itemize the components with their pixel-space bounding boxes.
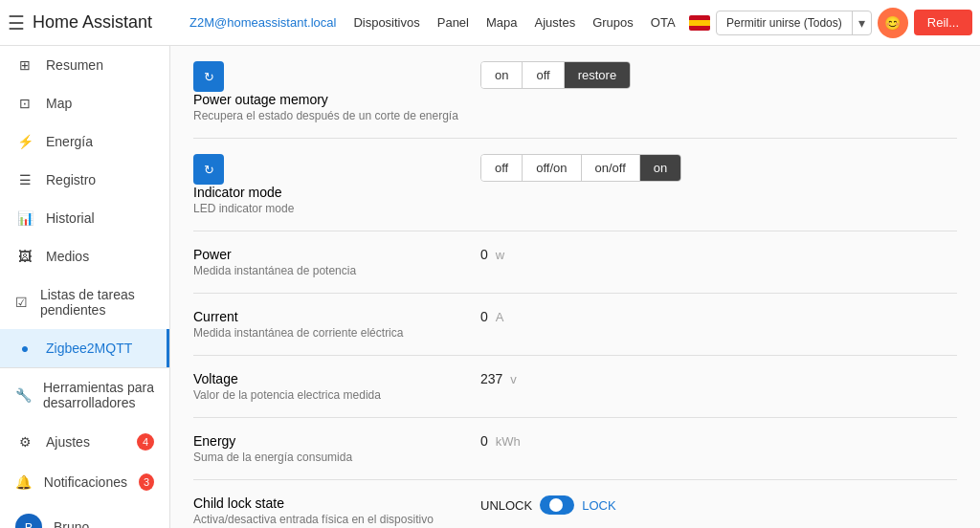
power-outage-restore[interactable]: restore bbox=[565, 62, 630, 88]
setting-label-indicator: Indicator mode bbox=[193, 185, 282, 200]
sidebar-label-historial: Historial bbox=[46, 210, 95, 226]
nav-tab-grupos[interactable]: Grupos bbox=[585, 11, 641, 33]
nav-tab-touchlink[interactable]: Touchlink bbox=[685, 11, 686, 33]
indicator-off-on[interactable]: off/on bbox=[523, 155, 581, 181]
sidebar-label-zigbee2mqtt: Zigbee2MQTT bbox=[46, 341, 132, 356]
setting-label-col-indicator: ↻ Indicator mode LED indicator mode bbox=[193, 154, 480, 215]
setting-label-col-voltage: Voltage Valor de la potencia electrica m… bbox=[193, 371, 480, 402]
user-avatar-sidebar: B bbox=[15, 514, 42, 528]
sidebar-label-tareas: Listas de tareas pendientes bbox=[40, 287, 154, 318]
reload-button[interactable]: Reil... bbox=[914, 10, 972, 35]
setting-label-col-current: Current Medida instantánea de corriente … bbox=[193, 309, 480, 340]
tareas-icon: ☑ bbox=[15, 295, 29, 310]
sidebar-item-zigbee2mqtt[interactable]: ● Zigbee2MQTT bbox=[0, 329, 169, 367]
sidebar-label-map: Map bbox=[46, 96, 72, 111]
sidebar-item-dev-tools[interactable]: 🔧 Herramientas para desarrolladores bbox=[0, 368, 169, 422]
energy-unit: kWh bbox=[496, 434, 521, 449]
setting-desc-energy: Suma de la energía consumida bbox=[193, 451, 352, 464]
setting-control-power-outage: on off restore bbox=[480, 61, 631, 89]
notifications-badge: 3 bbox=[139, 473, 154, 491]
child-lock-toggle-container: UNLOCK LOCK bbox=[480, 495, 616, 515]
sidebar-bottom: 🔧 Herramientas para desarrolladores ⚙ Aj… bbox=[0, 367, 169, 528]
medios-icon: 🖼 bbox=[15, 249, 34, 264]
setting-label-col-child-lock: Child lock state Activa/desactiva entrad… bbox=[193, 495, 480, 526]
sidebar-label-dev-tools: Herramientas para desarrolladores bbox=[43, 380, 154, 410]
setting-desc-current: Medida instantánea de corriente eléctric… bbox=[193, 326, 403, 340]
registro-icon: ☰ bbox=[15, 172, 34, 187]
sidebar-item-ajustes[interactable]: ⚙ Ajustes 4 bbox=[0, 422, 169, 462]
power-value: 0 bbox=[480, 247, 488, 262]
voltage-unit: v bbox=[510, 372, 517, 386]
setting-control-indicator: off off/on on/off on bbox=[480, 154, 681, 182]
power-outage-off[interactable]: off bbox=[523, 62, 564, 88]
app-title: Home Assistant bbox=[33, 12, 152, 33]
energy-icon: ⚡ bbox=[15, 134, 34, 149]
nav-tab-panel[interactable]: Panel bbox=[430, 11, 477, 33]
setting-power-outage-memory: ↻ Power outage memory Recupera el estado… bbox=[193, 46, 957, 139]
sidebar-label-bruno: Bruno bbox=[54, 519, 89, 528]
setting-desc-power: Medida instantánea de potencia bbox=[193, 264, 356, 277]
setting-control-voltage: 237 v bbox=[480, 371, 517, 386]
sidebar-label-notificaciones: Notificaciones bbox=[44, 474, 127, 490]
dashboard-icon: ⊞ bbox=[15, 57, 34, 73]
setting-energy: Energy Suma de la energía consumida 0 kW… bbox=[193, 418, 957, 480]
permit-join-button[interactable]: Permitir unirse (Todos) ▾ bbox=[716, 11, 872, 35]
nav-tab-mapa[interactable]: Mapa bbox=[479, 11, 525, 33]
menu-icon[interactable]: ☰ bbox=[8, 11, 25, 34]
sidebar: ⊞ Resumen ⊡ Map ⚡ Energía ☰ Registro 📊 H… bbox=[0, 46, 170, 528]
setting-current: Current Medida instantánea de corriente … bbox=[193, 294, 957, 356]
current-unit: A bbox=[496, 310, 504, 324]
indicator-on-off[interactable]: on/off bbox=[582, 155, 640, 181]
child-lock-unlock-label: UNLOCK bbox=[480, 498, 532, 513]
setting-label-col-power: Power Medida instantánea de potencia bbox=[193, 247, 480, 277]
nav-tabs: Z2M@homeassistant.local Dispositivos Pan… bbox=[182, 11, 685, 33]
setting-desc-child-lock: Activa/desactiva entrada física en el di… bbox=[193, 513, 434, 526]
sidebar-item-historial[interactable]: 📊 Historial bbox=[0, 199, 169, 237]
sidebar-label-ajustes: Ajustes bbox=[46, 434, 90, 450]
sidebar-label-resumen: Resumen bbox=[46, 57, 103, 73]
sidebar-item-notificaciones[interactable]: 🔔 Notificaciones 3 bbox=[0, 462, 169, 502]
sidebar-item-map[interactable]: ⊡ Map bbox=[0, 84, 169, 122]
nav-tab-ota[interactable]: OTA bbox=[643, 11, 683, 33]
settings-icon: ⚙ bbox=[15, 434, 34, 450]
zigbee-icon: ● bbox=[15, 341, 34, 356]
permit-join-arrow-icon[interactable]: ▾ bbox=[852, 11, 871, 34]
content-inner: ↻ Power outage memory Recupera el estado… bbox=[170, 46, 980, 528]
setting-power: Power Medida instantánea de potencia 0 w bbox=[193, 231, 957, 294]
user-avatar[interactable]: 😊 bbox=[878, 8, 908, 38]
dev-tools-icon: 🔧 bbox=[15, 387, 32, 403]
setting-label-col-energy: Energy Suma de la energía consumida bbox=[193, 433, 480, 464]
refresh-indicator-btn[interactable]: ↻ bbox=[193, 154, 224, 185]
child-lock-lock-label: LOCK bbox=[582, 498, 615, 513]
refresh-power-outage-btn[interactable]: ↻ bbox=[193, 61, 224, 92]
current-value: 0 bbox=[480, 309, 488, 324]
nav-tab-z2m[interactable]: Z2M@homeassistant.local bbox=[182, 11, 344, 33]
setting-child-lock: Child lock state Activa/desactiva entrad… bbox=[193, 480, 957, 528]
setting-control-current: 0 A bbox=[480, 309, 503, 324]
sidebar-item-energia[interactable]: ⚡ Energía bbox=[0, 122, 169, 161]
sidebar-item-bruno[interactable]: B Bruno bbox=[0, 502, 169, 528]
indicator-off[interactable]: off bbox=[481, 155, 523, 181]
nav-right: Permitir unirse (Todos) ▾ 😊 Reil... bbox=[689, 8, 972, 38]
settings-badge: 4 bbox=[137, 433, 154, 451]
sidebar-item-resumen[interactable]: ⊞ Resumen bbox=[0, 46, 169, 84]
indicator-on[interactable]: on bbox=[640, 155, 680, 181]
sidebar-item-tareas[interactable]: ☑ Listas de tareas pendientes bbox=[0, 275, 169, 329]
setting-label-current: Current bbox=[193, 309, 238, 324]
setting-desc-power-outage: Recupera el estado después de un corte d… bbox=[193, 109, 458, 122]
setting-indicator-mode: ↻ Indicator mode LED indicator mode off … bbox=[193, 139, 957, 231]
main-layout: ⊞ Resumen ⊡ Map ⚡ Energía ☰ Registro 📊 H… bbox=[0, 46, 980, 528]
nav-tab-dispositivos[interactable]: Dispositivos bbox=[345, 11, 427, 33]
sidebar-label-energia: Energía bbox=[46, 134, 93, 149]
power-outage-options: on off restore bbox=[480, 61, 631, 89]
setting-desc-indicator: LED indicator mode bbox=[193, 202, 294, 215]
setting-control-energy: 0 kWh bbox=[480, 433, 521, 449]
power-outage-on[interactable]: on bbox=[481, 62, 523, 88]
child-lock-toggle[interactable] bbox=[540, 495, 574, 515]
setting-control-power: 0 w bbox=[480, 247, 504, 262]
nav-tab-ajustes[interactable]: Ajustes bbox=[527, 11, 584, 33]
setting-label-power: Power bbox=[193, 247, 232, 262]
sidebar-item-medios[interactable]: 🖼 Medios bbox=[0, 237, 169, 275]
sidebar-item-registro[interactable]: ☰ Registro bbox=[0, 161, 169, 199]
power-unit: w bbox=[496, 248, 504, 262]
